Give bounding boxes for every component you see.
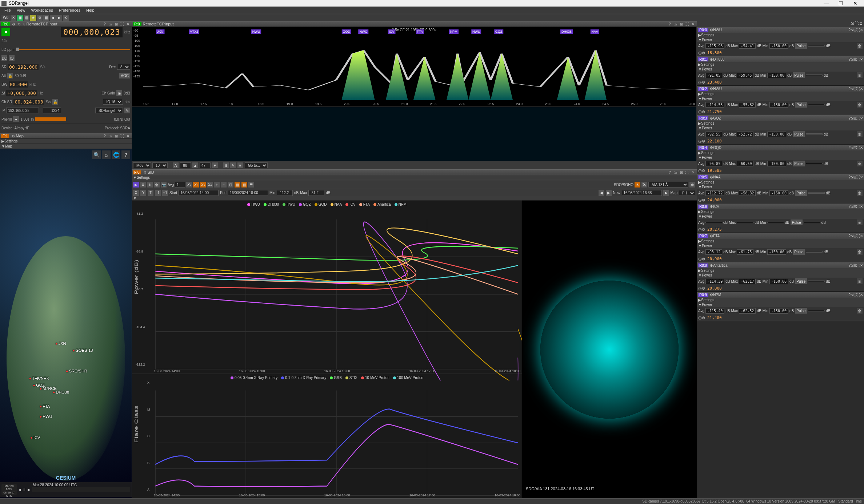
expand-icon[interactable]: ⛶ <box>685 170 690 175</box>
shrink-icon[interactable]: ⇲ <box>851 175 853 179</box>
gear-icon[interactable]: ⚙ <box>11 21 16 27</box>
zoom-out-icon[interactable]: − <box>221 182 227 188</box>
flare-chart[interactable]: 0.05-0.4nm X-Ray Primary0.1-0.8nm X-Ray … <box>132 374 522 498</box>
marker-icon[interactable]: ✎ <box>230 162 236 168</box>
map-3d-view[interactable]: 🔍 ⌂ 🌐 ? JXNGOES-18TFK/NRKSRO/SHRGQZDHO38… <box>0 149 132 498</box>
expand-icon[interactable]: ⛶ <box>685 21 690 27</box>
pulse-button[interactable]: Pulse <box>791 219 803 225</box>
move-icon[interactable]: ⊞ <box>853 146 856 150</box>
channel-power-header[interactable]: ▼Power <box>697 37 864 42</box>
spectrum-marker[interactable]: ICV <box>388 29 395 34</box>
today-button[interactable]: T <box>148 190 153 196</box>
spectrum-marker[interactable]: NPM <box>449 29 459 34</box>
channel-settings-header[interactable]: ▶Settings <box>697 180 864 185</box>
expand-icon[interactable]: ⛶ <box>856 234 860 238</box>
map-globe-icon[interactable]: 🌐 <box>112 150 120 159</box>
channel-settings-header[interactable]: ▶Settings <box>697 298 864 302</box>
channel-power-header[interactable]: ▼Power <box>697 214 864 219</box>
trash-icon[interactable]: 🗑 <box>857 190 863 196</box>
port-input[interactable] <box>43 108 61 113</box>
averaging-count[interactable]: 10 <box>152 162 168 168</box>
trash-icon[interactable]: 🗑 <box>857 43 863 49</box>
bandwidth[interactable]: 00.000 <box>9 81 28 88</box>
pulse-button[interactable]: Pulse <box>793 72 805 78</box>
channel-settings-header[interactable]: ▶Settings <box>697 239 864 243</box>
map-timeline[interactable]: Mar 28 2024 08:56:57 UTC ◀ ⏸ ▶ Mar 28 20… <box>0 482 132 497</box>
prev-icon[interactable]: ◀ <box>599 190 604 196</box>
iq-button[interactable]: IQ <box>9 55 15 61</box>
close-panel-icon[interactable]: ✕ <box>125 21 131 27</box>
move-icon[interactable]: ⊞ <box>114 21 119 27</box>
chsr-lock-icon[interactable]: 🔒 <box>52 99 58 105</box>
move-icon[interactable]: ⊞ <box>853 293 856 297</box>
map-select[interactable]: F:1 <box>679 190 695 196</box>
y-axis-button[interactable]: Y <box>140 190 146 196</box>
x2-button[interactable]: X₂ <box>193 182 199 188</box>
settings-icon[interactable]: ≡ <box>237 162 243 168</box>
legend-item[interactable]: NAA <box>331 202 342 206</box>
clock-icon[interactable]: ◷ <box>698 286 702 291</box>
shrink-icon[interactable]: ⇲ <box>851 21 854 27</box>
decimation-select[interactable]: 8 <box>117 64 130 70</box>
gear-icon[interactable]: ⚙ <box>710 28 713 32</box>
target-icon[interactable]: ⊚ <box>702 109 705 114</box>
delete-icon[interactable]: 🗑 <box>154 182 160 188</box>
next-icon[interactable]: ▶ <box>606 190 612 196</box>
trash-icon[interactable]: 🗑 <box>857 278 863 284</box>
spectrum-marker[interactable]: HWU <box>251 29 261 34</box>
target-icon[interactable]: ⊚ <box>702 51 705 55</box>
clock-icon[interactable]: ◷ <box>698 227 702 232</box>
legend-item[interactable]: 10 MeV Proton <box>361 376 389 380</box>
map-help-icon[interactable]: ? <box>121 150 130 159</box>
close-panel-icon[interactable]: ✕ <box>860 293 863 297</box>
toolbar-add-icon[interactable]: ▣ <box>17 15 23 21</box>
channel-power-header[interactable]: ▼Power <box>697 96 864 101</box>
channel-power-header[interactable]: ▼Power <box>697 273 864 278</box>
toolbar-new-icon[interactable]: ▤ <box>24 15 29 21</box>
spectrum-marker[interactable]: NWC <box>359 29 369 34</box>
move-icon[interactable]: ⊞ <box>853 205 856 209</box>
channel-power-header[interactable]: ▼Power <box>697 302 864 307</box>
power-chart[interactable]: HWUDH038HWUGQZGQDNAAICVFTAAnarticaNPM <box>132 201 522 374</box>
spectrum-marker[interactable]: GQZ <box>494 29 504 34</box>
expand-icon[interactable]: ⛶ <box>856 87 860 91</box>
x-axis-button[interactable]: X <box>133 190 139 196</box>
gear-icon[interactable]: ⚙ <box>710 57 713 61</box>
close-panel-icon[interactable]: ✕ <box>860 116 863 120</box>
import-icon[interactable]: ⬆ <box>147 182 153 188</box>
channel-frequency[interactable]: 20,000 <box>707 286 722 291</box>
channel-sr[interactable]: 00.024.000 <box>13 99 44 105</box>
pulse-button[interactable]: Pulse <box>795 43 807 49</box>
target-icon[interactable]: ⊚ <box>702 286 705 291</box>
toolbar-left-icon[interactable]: ◀ <box>50 15 56 21</box>
spectrum-marker[interactable]: HWU <box>471 29 481 34</box>
clock-icon[interactable]: ◷ <box>698 257 702 261</box>
x1-button[interactable]: X₁ <box>186 182 192 188</box>
close-panel-icon[interactable]: ✕ <box>860 234 863 238</box>
channel-settings-header[interactable]: ▶Settings <box>697 92 864 96</box>
star-icon[interactable]: ☆ <box>21 21 27 27</box>
grid-icon[interactable]: ▦ <box>235 182 240 188</box>
menu-workspaces[interactable]: Workspaces <box>28 8 56 12</box>
channel-frequency[interactable]: 23,400 <box>707 80 722 85</box>
close-button[interactable]: ✕ <box>848 0 863 6</box>
clock-icon[interactable]: ◷ <box>698 168 702 173</box>
spectrum-display[interactable]: 2.5x CF:21.195k SP:9.600k -90-95-100-105… <box>132 27 697 107</box>
sid-collapse[interactable]: ▼ <box>132 196 697 201</box>
snapshot-icon[interactable]: 📷 <box>161 182 167 188</box>
play-back-icon[interactable]: ◀ <box>18 488 21 492</box>
legend-item[interactable]: HWU <box>283 202 295 206</box>
level-down-icon[interactable]: ▼ <box>212 162 218 168</box>
channel-frequency[interactable]: 18,300 <box>707 51 722 55</box>
target-icon[interactable]: ⊕ <box>689 182 695 188</box>
help-icon[interactable]: ? <box>102 133 107 138</box>
help-icon[interactable]: ? <box>667 21 672 27</box>
plus1-button[interactable]: +1 <box>162 190 168 196</box>
client-select[interactable]: SDRangel <box>95 108 123 113</box>
map-station[interactable]: JXN <box>55 341 66 346</box>
timeline-track[interactable] <box>32 487 130 492</box>
move-icon[interactable]: ⊞ <box>853 28 856 32</box>
pulse-button[interactable]: Pulse <box>793 249 805 255</box>
channel-frequency[interactable]: 21,400 <box>707 315 722 320</box>
map-station[interactable]: FTA <box>40 404 50 408</box>
